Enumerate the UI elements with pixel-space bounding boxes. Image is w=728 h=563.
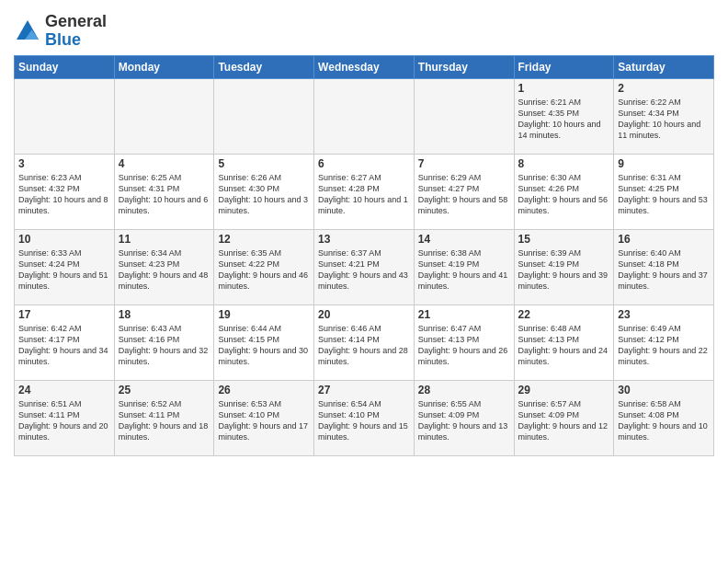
logo-text-blue: Blue (45, 31, 107, 50)
week-row-1: 1Sunrise: 6:21 AM Sunset: 4:35 PM Daylig… (15, 78, 714, 154)
day-info: Sunrise: 6:57 AM Sunset: 4:09 PM Dayligh… (518, 398, 610, 443)
day-number: 4 (119, 157, 210, 170)
weekday-header-thursday: Thursday (414, 55, 514, 78)
calendar-cell: 5Sunrise: 6:26 AM Sunset: 4:30 PM Daylig… (214, 154, 314, 229)
weekday-header-saturday: Saturday (614, 55, 714, 78)
calendar-cell: 12Sunrise: 6:35 AM Sunset: 4:22 PM Dayli… (214, 229, 314, 304)
calendar-cell: 14Sunrise: 6:38 AM Sunset: 4:19 PM Dayli… (414, 229, 514, 304)
day-number: 25 (119, 384, 210, 396)
calendar-cell: 1Sunrise: 6:21 AM Sunset: 4:35 PM Daylig… (514, 78, 614, 154)
day-number: 29 (518, 384, 610, 396)
calendar-cell: 20Sunrise: 6:46 AM Sunset: 4:14 PM Dayli… (314, 304, 415, 380)
day-number: 21 (418, 308, 510, 321)
day-info: Sunrise: 6:23 AM Sunset: 4:32 PM Dayligh… (18, 172, 110, 217)
day-info: Sunrise: 6:51 AM Sunset: 4:11 PM Dayligh… (18, 398, 110, 443)
calendar-table: SundayMondayTuesdayWednesdayThursdayFrid… (14, 55, 714, 456)
day-info: Sunrise: 6:49 AM Sunset: 4:12 PM Dayligh… (618, 323, 710, 368)
calendar-cell: 2Sunrise: 6:22 AM Sunset: 4:34 PM Daylig… (614, 78, 714, 154)
day-number: 11 (119, 233, 210, 246)
day-number: 13 (318, 233, 410, 246)
day-number: 27 (318, 384, 410, 396)
day-info: Sunrise: 6:43 AM Sunset: 4:16 PM Dayligh… (119, 323, 210, 368)
day-info: Sunrise: 6:52 AM Sunset: 4:11 PM Dayligh… (119, 398, 210, 443)
logo-text-general: General (45, 13, 107, 31)
day-number: 15 (518, 233, 610, 246)
calendar-cell: 22Sunrise: 6:48 AM Sunset: 4:13 PM Dayli… (514, 304, 614, 380)
day-info: Sunrise: 6:53 AM Sunset: 4:10 PM Dayligh… (218, 398, 310, 443)
weekday-header-wednesday: Wednesday (314, 55, 415, 78)
day-info: Sunrise: 6:26 AM Sunset: 4:30 PM Dayligh… (218, 172, 310, 217)
calendar-cell: 23Sunrise: 6:49 AM Sunset: 4:12 PM Dayli… (614, 304, 714, 380)
day-info: Sunrise: 6:31 AM Sunset: 4:25 PM Dayligh… (618, 172, 710, 217)
calendar-cell: 11Sunrise: 6:34 AM Sunset: 4:23 PM Dayli… (114, 229, 214, 304)
logo: General Blue (14, 13, 107, 50)
calendar-cell: 18Sunrise: 6:43 AM Sunset: 4:16 PM Dayli… (114, 304, 214, 380)
calendar-cell: 3Sunrise: 6:23 AM Sunset: 4:32 PM Daylig… (15, 154, 115, 229)
day-info: Sunrise: 6:54 AM Sunset: 4:10 PM Dayligh… (318, 398, 410, 443)
calendar-cell: 17Sunrise: 6:42 AM Sunset: 4:17 PM Dayli… (15, 304, 115, 380)
day-info: Sunrise: 6:44 AM Sunset: 4:15 PM Dayligh… (218, 323, 310, 368)
day-number: 28 (418, 384, 510, 396)
page-container: General Blue SundayMondayTuesdayWednesda… (0, 0, 728, 465)
calendar-cell: 30Sunrise: 6:58 AM Sunset: 4:08 PM Dayli… (614, 380, 714, 455)
day-number: 22 (518, 308, 610, 321)
calendar-cell: 21Sunrise: 6:47 AM Sunset: 4:13 PM Dayli… (414, 304, 514, 380)
day-info: Sunrise: 6:34 AM Sunset: 4:23 PM Dayligh… (119, 247, 210, 293)
day-info: Sunrise: 6:39 AM Sunset: 4:19 PM Dayligh… (518, 247, 610, 293)
weekday-header-sunday: Sunday (15, 55, 115, 78)
day-number: 1 (518, 82, 610, 95)
day-info: Sunrise: 6:46 AM Sunset: 4:14 PM Dayligh… (318, 323, 410, 368)
calendar-cell: 29Sunrise: 6:57 AM Sunset: 4:09 PM Dayli… (514, 380, 614, 455)
day-info: Sunrise: 6:37 AM Sunset: 4:21 PM Dayligh… (318, 247, 410, 293)
calendar-cell: 8Sunrise: 6:30 AM Sunset: 4:26 PM Daylig… (514, 154, 614, 229)
day-number: 23 (618, 308, 710, 321)
day-number: 7 (418, 157, 510, 170)
header: General Blue (14, 9, 714, 50)
calendar-cell: 9Sunrise: 6:31 AM Sunset: 4:25 PM Daylig… (614, 154, 714, 229)
day-info: Sunrise: 6:27 AM Sunset: 4:28 PM Dayligh… (318, 172, 410, 217)
day-number: 3 (18, 157, 110, 170)
day-number: 12 (218, 233, 310, 246)
weekday-header-friday: Friday (514, 55, 614, 78)
day-number: 24 (18, 384, 110, 396)
calendar-cell: 16Sunrise: 6:40 AM Sunset: 4:18 PM Dayli… (614, 229, 714, 304)
calendar-cell: 7Sunrise: 6:29 AM Sunset: 4:27 PM Daylig… (414, 154, 514, 229)
day-info: Sunrise: 6:55 AM Sunset: 4:09 PM Dayligh… (418, 398, 510, 443)
day-number: 9 (618, 157, 710, 170)
day-info: Sunrise: 6:29 AM Sunset: 4:27 PM Dayligh… (418, 172, 510, 217)
calendar-cell: 28Sunrise: 6:55 AM Sunset: 4:09 PM Dayli… (414, 380, 514, 455)
day-number: 14 (418, 233, 510, 246)
day-info: Sunrise: 6:40 AM Sunset: 4:18 PM Dayligh… (618, 247, 710, 293)
calendar-cell: 10Sunrise: 6:33 AM Sunset: 4:24 PM Dayli… (15, 229, 115, 304)
calendar-cell: 26Sunrise: 6:53 AM Sunset: 4:10 PM Dayli… (214, 380, 314, 455)
day-number: 10 (18, 233, 110, 246)
calendar-cell: 4Sunrise: 6:25 AM Sunset: 4:31 PM Daylig… (114, 154, 214, 229)
day-info: Sunrise: 6:58 AM Sunset: 4:08 PM Dayligh… (618, 398, 710, 443)
calendar-cell: 13Sunrise: 6:37 AM Sunset: 4:21 PM Dayli… (314, 229, 415, 304)
calendar-cell (114, 78, 214, 154)
day-number: 20 (318, 308, 410, 321)
day-number: 19 (218, 308, 310, 321)
day-number: 5 (218, 157, 310, 170)
day-number: 8 (518, 157, 610, 170)
day-number: 2 (618, 82, 710, 95)
week-row-4: 17Sunrise: 6:42 AM Sunset: 4:17 PM Dayli… (15, 304, 714, 380)
day-number: 26 (218, 384, 310, 396)
weekday-header-tuesday: Tuesday (214, 55, 314, 78)
calendar-cell (414, 78, 514, 154)
calendar-cell: 25Sunrise: 6:52 AM Sunset: 4:11 PM Dayli… (114, 380, 214, 455)
day-info: Sunrise: 6:33 AM Sunset: 4:24 PM Dayligh… (18, 247, 110, 293)
day-info: Sunrise: 6:22 AM Sunset: 4:34 PM Dayligh… (618, 97, 710, 142)
calendar-cell (214, 78, 314, 154)
day-number: 17 (18, 308, 110, 321)
weekday-header-row: SundayMondayTuesdayWednesdayThursdayFrid… (15, 55, 714, 78)
weekday-header-monday: Monday (114, 55, 214, 78)
day-number: 6 (318, 157, 410, 170)
week-row-5: 24Sunrise: 6:51 AM Sunset: 4:11 PM Dayli… (15, 380, 714, 455)
day-info: Sunrise: 6:42 AM Sunset: 4:17 PM Dayligh… (18, 323, 110, 368)
calendar-cell: 19Sunrise: 6:44 AM Sunset: 4:15 PM Dayli… (214, 304, 314, 380)
day-info: Sunrise: 6:38 AM Sunset: 4:19 PM Dayligh… (418, 247, 510, 293)
day-number: 30 (618, 384, 710, 396)
day-info: Sunrise: 6:21 AM Sunset: 4:35 PM Dayligh… (518, 97, 610, 142)
day-info: Sunrise: 6:48 AM Sunset: 4:13 PM Dayligh… (518, 323, 610, 368)
